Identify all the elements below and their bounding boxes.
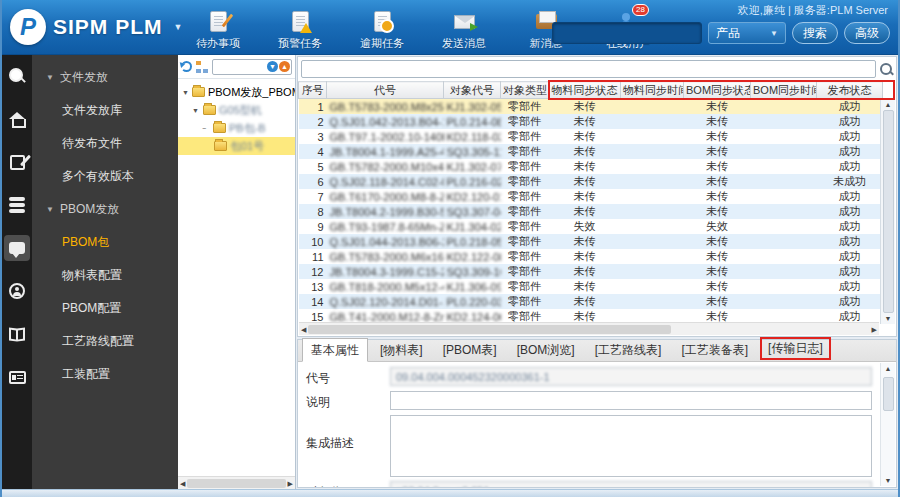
table-row[interactable]: 14Q.SJ02.120-2014.D01-16PL0.220-03零部件未传未… <box>299 294 883 309</box>
table-vertical-scrollbar[interactable]: ▲ ▼ <box>880 99 895 324</box>
user-module-button[interactable] <box>4 278 30 304</box>
col-bom-sync-status[interactable]: BOM同步状态 <box>684 82 751 99</box>
table-row[interactable]: 9GB.T93-1987.8-65Mn-ZnDKJ1.304-02B零部件失效失… <box>299 219 883 234</box>
col-no[interactable]: 序号 <box>299 82 327 99</box>
table-row[interactable]: 4JB.T8004.1-1999.A25-40SQ3.305-11零部件未传未传… <box>299 144 883 159</box>
tab-transfer-log[interactable]: [传输日志] <box>762 339 829 358</box>
sidebar-item-multi-versions[interactable]: 多个有效版本 <box>32 160 178 193</box>
col-bom-sync-time[interactable]: BOM同步时间 <box>751 82 817 99</box>
chevron-down-icon[interactable]: ▼ <box>174 22 183 32</box>
col-object-code[interactable]: 对象代号 <box>444 82 501 99</box>
tab-material-list[interactable]: [物料表] <box>372 339 431 361</box>
table-row[interactable]: 6Q.SJ02.118-2014.C02-08PL0.216-02零部件未传未传… <box>299 174 883 189</box>
scroll-left-icon[interactable]: ◀ <box>180 480 185 487</box>
tree-node[interactable]: − PB包-B <box>178 119 295 137</box>
library-module-button[interactable] <box>4 321 30 347</box>
search-button[interactable]: 搜索 <box>792 22 838 44</box>
scroll-left-icon[interactable]: ◀ <box>301 326 306 333</box>
scrollbar-thumb[interactable] <box>308 325 671 334</box>
detail-vertical-scrollbar[interactable]: ▲ ▼ <box>880 363 895 486</box>
col-publish-status[interactable]: 发布状态 <box>817 82 883 99</box>
edit-module-button[interactable] <box>4 149 30 175</box>
tab-basic-properties[interactable]: 基本属性 <box>302 338 368 362</box>
scroll-right-icon[interactable]: ▶ <box>288 480 293 487</box>
tree-search-up-button[interactable]: ▲ <box>279 61 290 72</box>
description-field[interactable] <box>390 391 872 410</box>
release-module-button[interactable] <box>4 235 30 261</box>
expander-icon[interactable]: − <box>202 125 210 132</box>
cell-code: JB.T8004.1-1999.A25-40 <box>327 144 444 159</box>
table-horizontal-scrollbar[interactable]: ◀ ▶ <box>299 322 879 335</box>
table-row[interactable]: 12JB.T8004.3-1999.C15-25SQ3.309-10零部件未传未… <box>299 264 883 279</box>
scroll-up-icon[interactable]: ▲ <box>885 101 892 108</box>
code-field[interactable] <box>390 367 872 386</box>
cell-bom_sync: 未传 <box>684 279 751 294</box>
table-row[interactable]: 11GB.T5783-2000.M6x16-88KD2.122-08C零部件未传… <box>299 249 883 264</box>
tab-bom-browse[interactable]: [BOM浏览] <box>509 339 583 361</box>
menu-group-file-release[interactable]: ▼ 文件发放 <box>32 61 178 94</box>
tab-pbom-list[interactable]: [PBOM表] <box>435 339 505 361</box>
advanced-search-button[interactable]: 高级 <box>844 22 890 44</box>
sidebar-item-file-release-lib[interactable]: 文件发放库 <box>32 94 178 127</box>
sidebar-item-material-config[interactable]: 物料表配置 <box>32 259 178 292</box>
table-filter-input[interactable] <box>301 60 876 78</box>
scroll-down-icon[interactable]: ▼ <box>885 477 892 484</box>
scrollbar-thumb[interactable] <box>187 479 285 488</box>
tab-tooling-list[interactable]: [工艺装备表] <box>673 339 756 361</box>
scrollbar-thumb[interactable] <box>883 377 894 411</box>
home-module-button[interactable] <box>4 106 30 132</box>
module-icon-strip <box>2 55 32 489</box>
col-material-sync-time[interactable]: 物料同步时间 <box>621 82 684 99</box>
overdue-tasks-button[interactable]: 逾期任务 <box>351 10 413 51</box>
logo-icon: P <box>10 9 46 45</box>
tree-node-selected[interactable]: 包01号 <box>178 137 295 155</box>
send-message-button[interactable]: 发送消息 <box>433 10 495 51</box>
sidebar-item-routing-config[interactable]: 工艺路线配置 <box>32 325 178 358</box>
col-object-type[interactable]: 对象类型 <box>501 82 549 99</box>
sidebar-item-pbom-config[interactable]: PBOM配置 <box>32 292 178 325</box>
sipm-search-module-button[interactable] <box>4 63 30 89</box>
package-table-panel: 序号 代号 对象代号 对象类型 物料同步状态 物料同步时间 BOM同步状态 BO… <box>297 56 897 337</box>
tree-horizontal-scrollbar[interactable]: ◀ ▶ <box>178 476 295 489</box>
table-row[interactable]: 3GB.T97.1-2002.10-140HVKD2.118-03B零部件未传未… <box>299 129 883 144</box>
expander-icon[interactable]: ▼ <box>192 107 200 114</box>
refresh-icon[interactable] <box>181 61 192 72</box>
table-search-icon[interactable] <box>879 62 893 76</box>
scrollbar-thumb[interactable] <box>883 110 894 313</box>
tree-node[interactable]: ▼ G05型机 <box>178 101 295 119</box>
data-module-button[interactable] <box>4 192 30 218</box>
table-row[interactable]: 10Q.SJ01.044-2013.B06-20PL0.218-05零部件未传未… <box>299 234 883 249</box>
table-row[interactable]: 7GB.T6170-2000.M8-8-Zn4KD2.120-01A零部件未传未… <box>299 189 883 204</box>
integration-desc-field[interactable] <box>390 415 872 477</box>
contacts-module-button[interactable] <box>4 364 30 390</box>
table-row[interactable]: 1GB.T5783-2000.M8x25-B8KJ1.302-05A零部件未传未… <box>299 99 883 115</box>
sidebar-item-pending-files[interactable]: 待发布文件 <box>32 127 178 160</box>
warning-tasks-button[interactable]: 预警任务 <box>269 10 331 51</box>
scroll-up-icon[interactable]: ▲ <box>885 365 892 372</box>
sidebar-item-pbom-package[interactable]: PBOM包 <box>32 226 178 259</box>
structure-icon[interactable] <box>196 61 208 73</box>
table-row[interactable]: 5GB.T5782-2000.M10x40-8KJ1.302-07C零部件未传未… <box>299 159 883 174</box>
global-search-input[interactable] <box>552 22 702 44</box>
col-code[interactable]: 代号 <box>327 82 444 99</box>
object-code-field[interactable] <box>390 481 872 487</box>
cell-bom_time <box>751 234 817 249</box>
cell-code: GB.T93-1987.8-65Mn-ZnD <box>327 219 444 234</box>
todo-items-button[interactable]: 待办事项 <box>187 10 249 51</box>
col-material-sync-status[interactable]: 物料同步状态 <box>549 82 621 99</box>
cell-no: 2 <box>299 114 327 129</box>
todo-icon <box>205 10 231 33</box>
menu-group-pbom-release[interactable]: ▼ PBOM发放 <box>32 193 178 226</box>
scroll-right-icon[interactable]: ▶ <box>872 326 877 333</box>
scroll-down-icon[interactable]: ▼ <box>885 315 892 322</box>
tab-routing-list[interactable]: [工艺路线表] <box>587 339 670 361</box>
sidebar-item-tooling-config[interactable]: 工装配置 <box>32 358 178 391</box>
table-row[interactable]: 8JB.T8004.2-1999.B30-55SQ3.307-04零部件未传未传… <box>299 204 883 219</box>
app-logo[interactable]: P SIPM PLM ▼ <box>10 9 182 45</box>
tree-node-root[interactable]: ▼ PBOM发放_PBOM包 <box>178 83 295 101</box>
table-row[interactable]: 2Q.SJ01.042-2013.B04-12PL0.214-08零部件未传未传… <box>299 114 883 129</box>
search-category-dropdown[interactable]: 产品 ▼ <box>708 22 786 44</box>
expander-icon[interactable]: ▼ <box>182 89 189 96</box>
table-row[interactable]: 13GB.T818-2000.M5x12-4.8KJ1.306-09A零部件未传… <box>299 279 883 294</box>
tree-search-down-button[interactable]: ▼ <box>267 61 278 72</box>
